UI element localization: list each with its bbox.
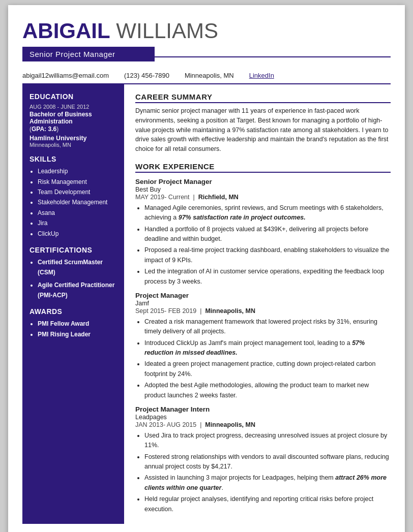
job-meta: JAN 2013- AUG 2015 | Minneapolis, MN <box>135 421 391 428</box>
job-bullet: Proposed a real-time project tracking da… <box>144 245 391 265</box>
job-company: Best Buy <box>135 186 391 193</box>
linkedin-link[interactable]: LinkedIn <box>249 72 274 79</box>
body-row: EDUCATION AUG 2008 - JUNE 2012 Bachelor … <box>22 84 391 524</box>
career-summary-title: CAREER SUMMARY <box>135 92 391 103</box>
cert-item: Agile Certified Practitioner (PMI-ACP) <box>38 280 117 301</box>
edu-gpa-label: GPA: <box>32 126 46 133</box>
job-company: Leadpages <box>135 414 391 421</box>
awards-list: PMI Fellow AwardPMI Rising Leader <box>29 319 117 339</box>
edu-gpa-value: 3.6 <box>48 126 56 133</box>
job-bullet: Assisted in launching 3 major projects f… <box>144 473 391 493</box>
job-title: Project Manager <box>135 292 391 299</box>
job-bullet: Introduced ClickUp as Jamf's main projec… <box>144 338 391 358</box>
job-entry: Project ManagerJamfSept 2015- FEB 2019 |… <box>135 292 391 400</box>
skill-item: Team Development <box>38 187 117 197</box>
title-bar-line <box>155 56 391 57</box>
edu-school: Hamline University <box>29 135 117 142</box>
job-title: Senior Project Manager <box>135 178 391 185</box>
skill-item: Leadership <box>38 166 117 176</box>
contact-row: abigail12williams@email.com (123) 456-78… <box>22 72 391 84</box>
contact-email: abigail12williams@email.com <box>22 72 109 79</box>
certifications-list: Certified ScrumMaster (CSM)Agile Certifi… <box>29 257 117 301</box>
education-title: EDUCATION <box>29 92 117 101</box>
career-summary-text: Dynamic senior project manager with 11 y… <box>135 106 391 154</box>
edu-degree: Bachelor of Business Administration <box>29 111 117 125</box>
job-bullets: Used Jira to track project progress, dec… <box>135 431 391 514</box>
job-bullet: Fostered strong relationships with vendo… <box>144 452 391 472</box>
work-experience-title: WORK EXPERIENCE <box>135 162 391 173</box>
skill-item: Stakeholder Management <box>38 197 117 207</box>
job-bullet: Ideated a green project management pract… <box>144 359 391 379</box>
jobs-container: Senior Project ManagerBest BuyMAY 2019- … <box>135 178 391 514</box>
job-bullets: Created a risk management framework that… <box>135 317 391 400</box>
header-name: ABIGAIL WILLIAMS <box>22 19 391 43</box>
job-meta: MAY 2019- Current | Richfield, MN <box>135 194 391 201</box>
job-company: Jamf <box>135 300 391 307</box>
job-bullet: Used Jira to track project progress, dec… <box>144 431 391 451</box>
edu-gpa: (GPA: 3.6) <box>29 126 117 133</box>
job-entry: Senior Project ManagerBest BuyMAY 2019- … <box>135 178 391 287</box>
job-bullet: Led the integration of AI in customer se… <box>144 267 391 287</box>
edu-location: Minneapolis, MN <box>29 142 117 148</box>
last-name: WILLIAMS <box>116 19 218 43</box>
job-title: Project Manager Intern <box>135 405 391 413</box>
job-entry: Project Manager InternLeadpagesJAN 2013-… <box>135 405 391 514</box>
edu-date: AUG 2008 - JUNE 2012 <box>29 104 117 110</box>
job-meta: Sept 2015- FEB 2019 | Minneapolis, MN <box>135 307 391 315</box>
job-bullets: Managed Agile ceremonies, sprint reviews… <box>135 203 391 287</box>
job-bullet: Held regular project analyses, identifyi… <box>144 494 391 514</box>
sidebar: EDUCATION AUG 2008 - JUNE 2012 Bachelor … <box>22 84 124 524</box>
awards-title: AWARDS <box>29 307 117 316</box>
skill-item: Asana <box>38 208 117 218</box>
award-item: PMI Rising Leader <box>38 329 117 339</box>
job-bullet: Adopted the best Agile methodologies, al… <box>144 381 391 400</box>
job-bullet: Handled a portfolio of 8 projects valued… <box>144 225 391 244</box>
job-title-bar: Senior Project Manager <box>22 47 155 61</box>
title-bar-wrapper: Senior Project Manager <box>22 47 391 67</box>
skills-title: SKILLS <box>29 155 117 163</box>
skills-list: LeadershipRisk ManagementTeam Developmen… <box>29 166 117 239</box>
award-item: PMI Fellow Award <box>38 319 117 329</box>
contact-phone: (123) 456-7890 <box>124 72 169 79</box>
skill-item: ClickUp <box>38 229 117 239</box>
main-content: CAREER SUMMARY Dynamic senior project ma… <box>124 84 391 524</box>
skill-item: Risk Management <box>38 177 117 187</box>
skill-item: Jira <box>38 218 117 228</box>
contact-location: Minneapolis, MN <box>185 72 234 79</box>
job-bullet: Managed Agile ceremonies, sprint reviews… <box>144 203 391 223</box>
certifications-title: CERTIFICATIONS <box>29 246 117 254</box>
first-name: ABIGAIL <box>22 19 110 43</box>
cert-item: Certified ScrumMaster (CSM) <box>38 257 117 278</box>
job-bullet: Created a risk management framework that… <box>144 317 391 337</box>
resume-container: ABIGAIL WILLIAMS Senior Project Manager … <box>8 5 405 532</box>
